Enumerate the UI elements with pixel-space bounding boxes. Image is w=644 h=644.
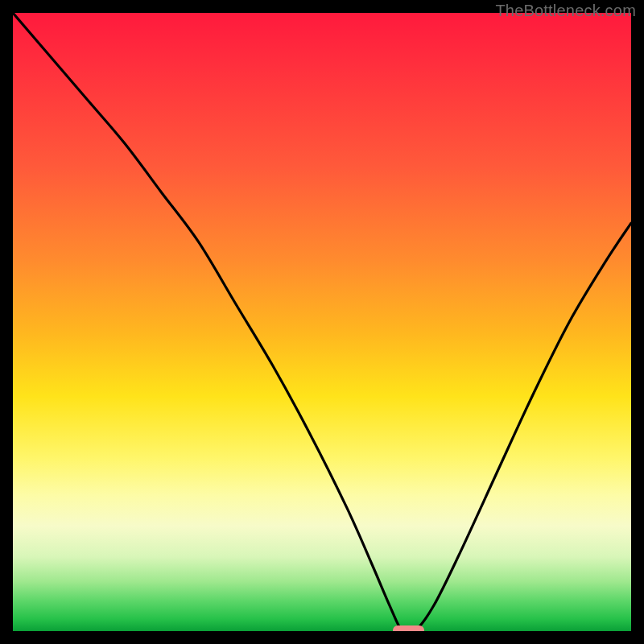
chart-frame: TheBottleneck.com [0,0,644,644]
optimal-marker [393,625,423,631]
plot-area [13,13,631,631]
curve-path [13,13,631,631]
watermark-text: TheBottleneck.com [495,2,636,20]
bottleneck-curve [13,13,631,631]
